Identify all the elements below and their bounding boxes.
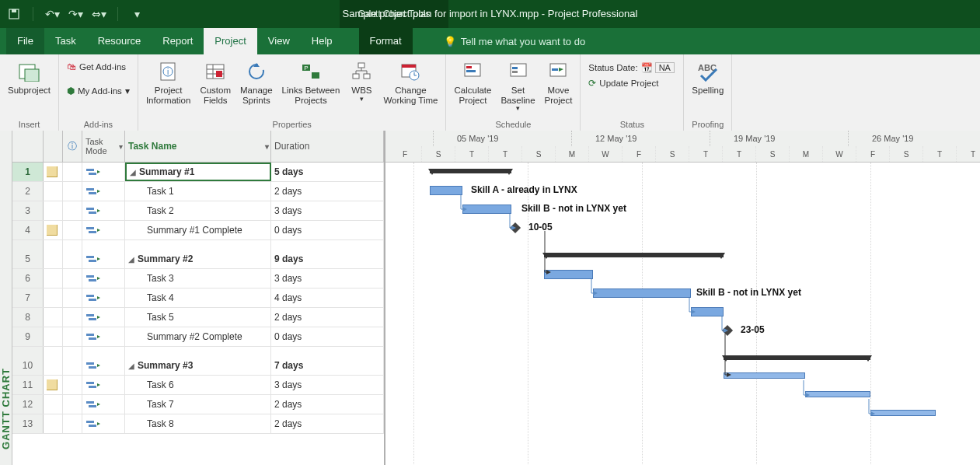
task-bar[interactable]: [870, 410, 936, 416]
svg-rect-31: [466, 70, 476, 72]
save-icon[interactable]: [6, 6, 22, 22]
move-project-button[interactable]: Move Project: [542, 58, 576, 115]
table-row[interactable]: 5◢Summary #29 days: [12, 250, 384, 269]
row-number[interactable]: 7: [12, 288, 44, 307]
row-number[interactable]: 9: [12, 327, 44, 346]
task-bar[interactable]: [724, 372, 805, 379]
spelling-button[interactable]: ABC Spelling: [689, 58, 727, 115]
row-number[interactable]: 2: [12, 182, 44, 201]
tab-help[interactable]: Help: [301, 28, 344, 54]
link-icon[interactable]: ⇔▾: [91, 6, 106, 22]
tab-view[interactable]: View: [257, 28, 301, 54]
col-duration[interactable]: Duration: [271, 131, 384, 162]
tab-format[interactable]: Format: [359, 28, 413, 54]
col-row-number[interactable]: [12, 131, 44, 162]
project-info-button[interactable]: i Project Information: [143, 58, 194, 115]
row-number[interactable]: 8: [12, 308, 44, 327]
gantt-chart[interactable]: 05 May '1912 May '1919 May '1926 May '19…: [385, 131, 980, 465]
svg-marker-41: [97, 170, 100, 173]
spelling-icon: ABC: [696, 59, 720, 84]
collapse-icon[interactable]: ◢: [130, 168, 138, 177]
manage-sprints-button[interactable]: Manage Sprints: [237, 58, 276, 115]
task-bar[interactable]: [544, 270, 593, 279]
tab-task[interactable]: Task: [44, 28, 87, 54]
my-addins-button[interactable]: ⬢ My Add-ins ▾: [64, 84, 133, 98]
svg-rect-30: [466, 66, 472, 68]
summary-bar[interactable]: [724, 355, 870, 360]
task-bar[interactable]: [805, 391, 870, 397]
svg-rect-36: [552, 68, 558, 71]
task-bar[interactable]: [430, 186, 462, 195]
calculate-project-button[interactable]: Calculate Project: [451, 58, 494, 115]
table-row[interactable]: 12Task 72 days: [12, 395, 384, 414]
table-row[interactable]: 8Task 52 days: [12, 308, 384, 327]
milestone[interactable]: [510, 222, 521, 233]
change-working-time-button[interactable]: Change Working Time: [380, 58, 441, 115]
collapse-icon[interactable]: ◢: [128, 255, 136, 264]
svg-rect-54: [86, 275, 94, 278]
milestone[interactable]: [722, 325, 733, 336]
status-date-field[interactable]: Status Date: 📆 NA: [585, 61, 678, 75]
col-info[interactable]: ⓘ: [63, 131, 82, 162]
svg-rect-19: [364, 74, 370, 79]
svg-rect-67: [89, 366, 96, 369]
subproject-button[interactable]: Subproject: [5, 58, 54, 115]
undo-icon[interactable]: ↶▾: [44, 6, 60, 22]
svg-rect-70: [89, 386, 96, 388]
svg-rect-63: [86, 334, 94, 336]
set-baseline-button[interactable]: Set Baseline ▾: [497, 58, 538, 115]
bar-label: 10-05: [528, 222, 553, 232]
row-number[interactable]: 10: [12, 356, 44, 375]
row-number[interactable]: 12: [12, 395, 44, 414]
table-row[interactable]: 4Summary #1 Complete0 days: [12, 221, 384, 240]
tell-me-search[interactable]: 💡 Tell me what you want to do: [444, 36, 585, 47]
row-number[interactable]: 11: [12, 376, 44, 394]
qat-customize-icon[interactable]: ▾: [129, 6, 145, 22]
redo-icon[interactable]: ↷▾: [68, 6, 83, 22]
col-task-mode[interactable]: Task Mode ▾: [82, 131, 125, 162]
svg-rect-15: [312, 72, 319, 79]
wbs-button[interactable]: WBS ▾: [346, 58, 377, 115]
summary-bar[interactable]: [430, 169, 511, 173]
row-number[interactable]: 5: [12, 250, 44, 268]
row-number[interactable]: 13: [12, 414, 44, 433]
row-number[interactable]: 1: [12, 163, 44, 181]
get-addins-button[interactable]: 🛍 Get Add-ins: [64, 61, 133, 73]
svg-marker-74: [97, 403, 100, 406]
table-row[interactable]: 2Task 12 days: [12, 182, 384, 201]
task-bar[interactable]: [462, 205, 511, 214]
tab-resource[interactable]: Resource: [87, 28, 152, 54]
row-number[interactable]: 4: [12, 221, 44, 239]
links-button[interactable]: P Links Between Projects: [279, 58, 344, 115]
tab-project[interactable]: Project: [204, 28, 256, 54]
task-grid[interactable]: ⓘ Task Mode ▾ Task Name ▾ Duration 1◢Sum…: [12, 131, 385, 465]
table-row[interactable]: 7Task 44 days: [12, 288, 384, 308]
table-row[interactable]: 13Task 82 days: [12, 414, 384, 434]
summary-bar[interactable]: [544, 253, 724, 257]
row-number[interactable]: 6: [12, 269, 44, 288]
update-project-button[interactable]: ⟳ Update Project: [585, 76, 678, 90]
table-row[interactable]: 11Task 63 days: [12, 376, 384, 395]
title-bar: ↶▾ ↷▾ ⇔▾ ▾ Gantt Chart Tools Sample proj…: [0, 0, 980, 28]
store-icon: 🛍: [67, 62, 76, 72]
svg-marker-71: [97, 383, 100, 386]
table-row[interactable]: 10◢Summary #37 days: [12, 356, 384, 376]
table-row[interactable]: 9Summary #2 Complete0 days: [12, 327, 384, 347]
col-task-name[interactable]: Task Name ▾: [125, 131, 271, 162]
tab-report[interactable]: Report: [152, 28, 204, 54]
update-icon: ⟳: [588, 78, 596, 89]
table-row[interactable]: 6Task 33 days: [12, 269, 384, 288]
collapse-icon[interactable]: ◢: [128, 362, 136, 370]
svg-marker-59: [97, 296, 100, 299]
tab-file[interactable]: File: [6, 28, 44, 54]
table-row[interactable]: 3Task 23 days: [12, 201, 384, 221]
col-notes[interactable]: [44, 131, 63, 162]
task-bar[interactable]: [691, 307, 724, 316]
lightbulb-icon: 💡: [444, 36, 456, 47]
task-bar[interactable]: [593, 288, 691, 298]
table-row[interactable]: 1◢Summary #15 days: [12, 163, 384, 182]
custom-fields-button[interactable]: Custom Fields: [197, 58, 234, 115]
svg-marker-65: [97, 335, 100, 338]
left-rail[interactable]: GANTT CHART: [0, 131, 12, 465]
row-number[interactable]: 3: [12, 201, 44, 220]
